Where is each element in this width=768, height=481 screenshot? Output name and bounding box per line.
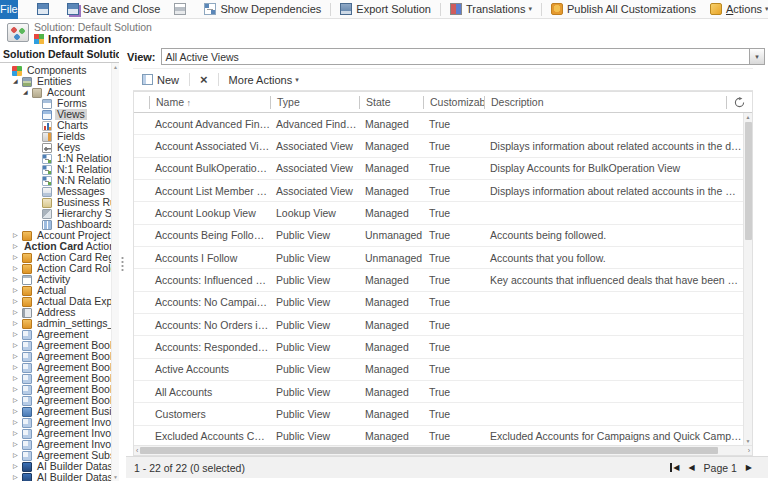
scrollbar-thumb[interactable] [140,447,717,454]
tree-item-n-1-relationsh[interactable]: N:1 Relationsh... [0,164,111,175]
tree-item-agreement-substa[interactable]: ▷Agreement Substa... [0,450,111,461]
table-row[interactable]: Accounts: No Campaign Activit...Public V… [134,292,743,314]
show-dependencies-button[interactable]: Show Dependencies [197,0,328,18]
tree-item-agreement-busine[interactable]: ▷Agreement Busine... [0,406,111,417]
tree-item-actual-data-export[interactable]: ▷Actual Data Export... [0,296,111,307]
tree-item-ai-builder-dataset[interactable]: ▷AI Builder Dataset [0,461,111,472]
tree-item-agreement-bookin[interactable]: ▷Agreement Bookin... [0,384,111,395]
more-actions-button[interactable]: More Actions ▾ [223,69,305,90]
actions-button[interactable]: Actions▾ [703,0,768,18]
previous-page-button[interactable]: ◀ [688,463,694,472]
tree-expander-icon[interactable]: ◢ [13,76,22,87]
tree-item-actual[interactable]: ▷Actual [0,285,111,296]
view-dropdown[interactable]: All Active Views ▾ [161,48,765,65]
table-row[interactable]: Accounts: No Orders in Last 6 ...Public … [134,314,743,336]
tree-item-agreement-bookin[interactable]: ▷Agreement Bookin... [0,362,111,373]
tree-expander-icon[interactable]: ▷ [13,395,22,406]
translations-button[interactable]: Translations▾ [443,0,539,18]
print-button[interactable] [167,0,197,18]
save-and-close-button[interactable]: Save and Close [60,0,168,18]
tree-item-agreement[interactable]: ▷Agreement [0,329,111,340]
tree-item-ai-builder-dataset[interactable]: ▷AI Builder Dataset ... [0,472,111,481]
scroll-up-icon[interactable]: ▲ [113,64,118,70]
tree-item-hierarchy-setti[interactable]: Hierarchy Setti... [0,208,111,219]
column-header-select[interactable] [134,96,149,109]
tree-item-account-project-pri[interactable]: ▷Account Project Pri... [0,230,111,241]
tree-expander-icon[interactable]: ▷ [13,285,22,296]
export-solution-button[interactable]: Export Solution [333,0,438,18]
tree-expander-icon[interactable]: ▷ [13,340,22,351]
table-row[interactable]: Account Advanced Find ViewAdvanced Find … [134,113,743,135]
table-row[interactable]: Accounts I FollowPublic ViewUnmanagedTru… [134,247,743,269]
tree-expander-icon[interactable]: ▷ [13,329,22,340]
grid-horizontal-scrollbar[interactable]: ‹ › [134,445,752,455]
table-row[interactable]: CustomersPublic ViewManagedTrue [134,403,743,425]
tree-item-views[interactable]: Views [0,109,111,120]
tree-expander-icon[interactable]: ◢ [23,87,32,98]
column-header-name[interactable]: Name ↑ [149,96,270,109]
new-button[interactable]: New [136,69,185,90]
tree-expander-icon[interactable]: ▷ [13,472,22,481]
tree-expander-icon[interactable]: ▷ [13,274,22,285]
column-header-customizable[interactable]: Customizable... [423,96,484,109]
tree-item-activity[interactable]: ▷Activity [0,274,111,285]
tree-expander-icon[interactable]: ▷ [13,428,22,439]
table-row[interactable]: Account Lookup ViewLookup ViewManagedTru… [134,202,743,224]
tree-item-agreement-invoice[interactable]: ▷Agreement Invoice... [0,417,111,428]
table-row[interactable]: Account BulkOperation ViewAssociated Vie… [134,158,743,180]
tree-expander-icon[interactable]: ▷ [13,406,22,417]
save-button[interactable] [30,0,60,18]
next-page-button[interactable]: ▶ [746,463,752,472]
first-page-button[interactable]: ◀ [670,463,679,472]
tree-item-messages[interactable]: Messages [0,186,111,197]
tree-expander-icon[interactable]: ▷ [13,362,22,373]
tree-item-dashboards[interactable]: Dashboards [0,219,111,230]
column-header-type[interactable]: Type [270,96,359,109]
delete-button[interactable]: × [194,69,214,90]
tree-item-components[interactable]: Components [0,65,111,76]
tree-item-agreement-invoice[interactable]: ▷Agreement Invoice... [0,428,111,439]
tree-expander-icon[interactable]: ▷ [13,318,22,329]
tree-expander-icon[interactable]: ▷ [13,241,22,252]
scrollbar-thumb[interactable] [745,122,752,240]
tree-item-charts[interactable]: Charts [0,120,111,131]
table-row[interactable]: Account List Member ViewAssociated ViewM… [134,180,743,202]
column-header-state[interactable]: State [359,96,423,109]
tree-item-address[interactable]: ▷Address [0,307,111,318]
tree-expander-icon[interactable]: ▷ [13,351,22,362]
tree-item-keys[interactable]: Keys [0,142,111,153]
table-row[interactable]: Accounts: Responded to Camp...Public Vie… [134,336,743,358]
scroll-down-icon[interactable]: ▼ [746,438,751,444]
tree-item-entities[interactable]: ◢Entities [0,76,111,87]
tree-item-agreement-bookin[interactable]: ▷Agreement Bookin... [0,373,111,384]
column-header-description[interactable]: Description [484,96,726,109]
tree-item-account[interactable]: ◢Account [0,87,111,98]
tree-expander-icon[interactable]: ▷ [13,296,22,307]
tree-expander-icon[interactable]: ▷ [13,384,22,395]
scroll-right-icon[interactable]: › [748,447,750,454]
tree-expander-icon[interactable]: ▷ [13,252,22,263]
tree-expander-icon[interactable]: ▷ [13,417,22,428]
table-row[interactable]: Active AccountsPublic ViewManagedTrue [134,359,743,381]
tree-expander-icon[interactable]: ▷ [13,461,22,472]
table-row[interactable]: Account Associated ViewAssociated ViewMa… [134,135,743,157]
tree-item-agreement-invoice[interactable]: ▷Agreement Invoice... [0,439,111,450]
scroll-up-icon[interactable]: ▲ [746,114,751,120]
tree-item-fields[interactable]: Fields [0,131,111,142]
tree-expander-icon[interactable]: ▷ [13,307,22,318]
table-row[interactable]: All AccountsPublic ViewManagedTrue [134,381,743,403]
tree-expander-icon[interactable]: ▷ [13,439,22,450]
tree-item-action-card-action-card[interactable]: ▷Action Card Action Card [0,241,111,252]
tree-expander-icon[interactable]: ▷ [13,373,22,384]
pane-splitter[interactable] [119,46,126,481]
tree-item-agreement-bookin[interactable]: ▷Agreement Bookin... [0,395,111,406]
tree-item-forms[interactable]: Forms [0,98,111,109]
tree-expander-icon[interactable]: ▷ [13,263,22,274]
file-button[interactable]: File [0,0,18,19]
tree-expander-icon[interactable]: ▷ [13,450,22,461]
tree-item-admin-settings-en[interactable]: ▷admin_settings_en... [0,318,111,329]
tree-item-1-n-relationsh[interactable]: 1:N Relationsh... [0,153,111,164]
tree-item-action-card-role-s[interactable]: ▷Action Card Role S... [0,263,111,274]
scroll-down-icon[interactable]: ▼ [113,474,118,480]
publish-all-customizations-button[interactable]: Publish All Customizations [544,0,703,18]
